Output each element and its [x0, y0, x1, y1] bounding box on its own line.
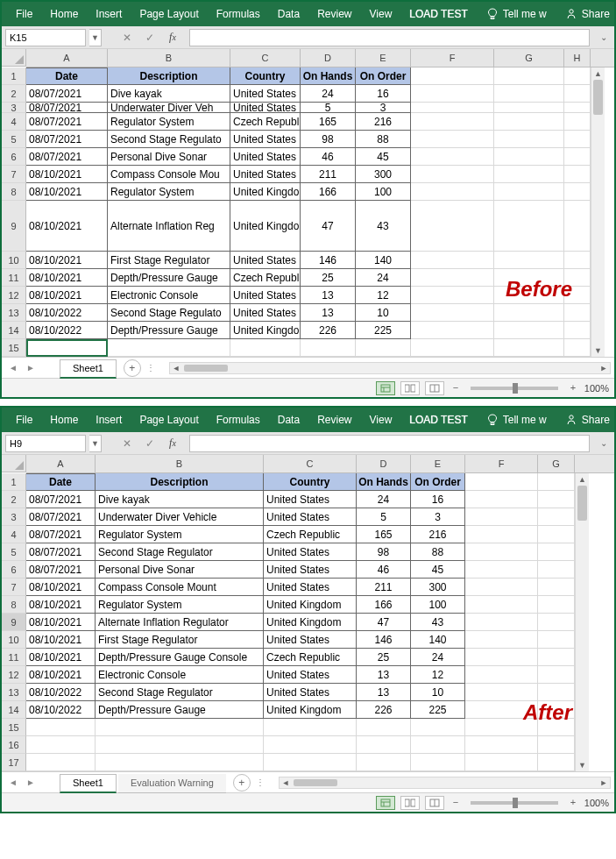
empty-cell[interactable] — [357, 736, 411, 754]
empty-cell[interactable] — [411, 113, 494, 131]
data-cell[interactable]: 46 — [301, 148, 356, 166]
data-cell[interactable]: 140 — [356, 252, 411, 269]
name-box[interactable]: K15 — [5, 29, 86, 46]
empty-cell[interactable] — [538, 684, 575, 701]
ribbon-tab-insert[interactable]: Insert — [87, 2, 131, 26]
empty-cell[interactable] — [494, 201, 564, 252]
data-cell[interactable]: Personal Dive Sonar — [96, 561, 264, 579]
row-header-7[interactable]: 7 — [2, 579, 26, 596]
zoom-slider[interactable] — [471, 801, 558, 805]
data-cell[interactable]: United Kingdo — [230, 183, 301, 201]
ribbon-tab-view[interactable]: View — [361, 2, 401, 26]
ribbon-tab-home[interactable]: Home — [41, 408, 87, 432]
table-header-description[interactable]: Description — [96, 473, 264, 491]
row-header-10[interactable]: 10 — [2, 631, 26, 649]
share-button[interactable]: Share — [556, 408, 616, 432]
data-cell[interactable]: 08/10/2022 — [26, 322, 108, 339]
zoom-level[interactable]: 100% — [584, 383, 609, 394]
empty-cell[interactable] — [356, 339, 411, 357]
scroll-right-icon[interactable]: ► — [598, 777, 610, 788]
empty-cell[interactable] — [538, 754, 575, 771]
empty-cell[interactable] — [564, 322, 591, 339]
table-header-date[interactable]: Date — [26, 473, 96, 491]
empty-cell[interactable] — [411, 287, 494, 304]
data-cell[interactable]: United States — [264, 579, 357, 596]
view-normal-button[interactable] — [376, 381, 395, 395]
view-normal-button[interactable] — [376, 796, 395, 810]
view-page-break-button[interactable] — [425, 381, 444, 395]
row-header-11[interactable]: 11 — [2, 269, 26, 287]
empty-cell[interactable] — [494, 183, 564, 201]
empty-cell[interactable] — [494, 304, 564, 322]
ribbon-tab-insert[interactable]: Insert — [87, 408, 131, 432]
data-cell[interactable]: 140 — [411, 631, 465, 649]
row-header-15[interactable]: 15 — [2, 339, 26, 357]
col-header-D[interactable]: D — [357, 455, 411, 472]
data-cell[interactable]: 100 — [411, 596, 465, 614]
data-cell[interactable]: 216 — [411, 526, 465, 543]
data-cell[interactable]: 08/10/2021 — [26, 201, 108, 252]
empty-cell[interactable] — [494, 252, 564, 269]
data-cell[interactable]: 16 — [356, 85, 411, 103]
empty-cell[interactable] — [465, 526, 538, 543]
data-cell[interactable]: 08/10/2021 — [26, 183, 108, 201]
empty-cell[interactable] — [411, 67, 494, 85]
data-cell[interactable]: Electronic Console — [108, 287, 230, 304]
data-cell[interactable]: 166 — [357, 596, 411, 614]
table-header-country[interactable]: Country — [230, 67, 301, 85]
add-sheet-button[interactable]: + — [233, 774, 251, 792]
col-header-C[interactable]: C — [264, 455, 357, 472]
empty-cell[interactable] — [411, 719, 465, 736]
data-cell[interactable]: 13 — [357, 666, 411, 684]
scroll-left-icon[interactable]: ◄ — [280, 777, 292, 788]
row-header-9[interactable]: 9 — [2, 614, 26, 631]
col-header-B[interactable]: B — [108, 49, 230, 67]
data-cell[interactable]: Depth/Pressure Gauge — [108, 269, 230, 287]
scroll-right-icon[interactable]: ► — [598, 363, 610, 373]
row-header-2[interactable]: 2 — [2, 491, 26, 508]
zoom-knob[interactable] — [513, 383, 518, 394]
data-cell[interactable]: Alternate Inflation Reg — [108, 201, 230, 252]
data-cell[interactable]: Regulator System — [108, 113, 230, 131]
data-cell[interactable]: Compass Console Mou — [108, 166, 230, 183]
name-box[interactable]: H9 — [5, 435, 86, 452]
ribbon-tab-data[interactable]: Data — [269, 408, 308, 432]
data-cell[interactable]: United Kingdo — [230, 322, 301, 339]
row-header-8[interactable]: 8 — [2, 183, 26, 201]
zoom-out-button[interactable]: − — [450, 382, 462, 394]
col-header-E[interactable]: E — [356, 49, 411, 67]
empty-cell[interactable] — [96, 754, 264, 771]
row-header-7[interactable]: 7 — [2, 166, 26, 183]
row-header-13[interactable]: 13 — [2, 684, 26, 701]
empty-cell[interactable] — [538, 631, 575, 649]
empty-cell[interactable] — [538, 561, 575, 579]
data-cell[interactable]: United States — [230, 252, 301, 269]
data-cell[interactable]: 88 — [411, 543, 465, 561]
empty-cell[interactable] — [26, 754, 96, 771]
scroll-thumb[interactable] — [577, 486, 587, 521]
data-cell[interactable]: 16 — [411, 491, 465, 508]
empty-cell[interactable] — [465, 508, 538, 526]
scroll-left-icon[interactable]: ◄ — [170, 363, 182, 373]
empty-cell[interactable] — [494, 103, 564, 113]
empty-cell[interactable] — [494, 148, 564, 166]
ribbon-tab-formulas[interactable]: Formulas — [208, 408, 269, 432]
data-cell[interactable]: Electronic Console — [96, 666, 264, 684]
data-cell[interactable]: 08/10/2021 — [26, 666, 96, 684]
tell-me-button[interactable]: Tell me w — [477, 2, 556, 26]
vertical-scrollbar[interactable]: ▲ ▼ — [575, 473, 589, 771]
data-cell[interactable]: 25 — [357, 649, 411, 666]
select-all-corner[interactable] — [2, 49, 26, 67]
table-header-on-hands[interactable]: On Hands — [301, 67, 356, 85]
row-header-2[interactable]: 2 — [2, 85, 26, 103]
data-cell[interactable]: Czech Republi — [230, 269, 301, 287]
col-header-H[interactable]: H — [564, 49, 591, 67]
empty-cell[interactable] — [564, 252, 591, 269]
ribbon-tab-home[interactable]: Home — [41, 2, 87, 26]
empty-cell[interactable] — [264, 736, 357, 754]
empty-cell[interactable] — [465, 579, 538, 596]
data-cell[interactable]: 24 — [411, 649, 465, 666]
empty-cell[interactable] — [411, 201, 494, 252]
empty-cell[interactable] — [538, 473, 575, 491]
empty-cell[interactable] — [538, 526, 575, 543]
